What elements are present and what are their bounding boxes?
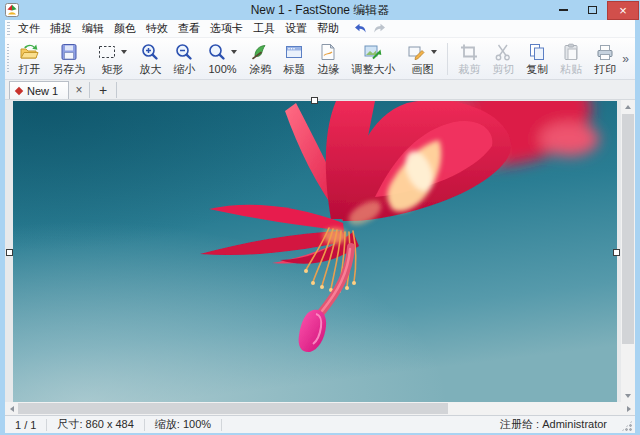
- horizontal-scrollbar[interactable]: [5, 402, 635, 415]
- maximize-icon: [588, 6, 597, 14]
- toolbar: 打开 另存为 矩形: [5, 38, 635, 80]
- resize-image-icon: [363, 43, 383, 61]
- minimize-icon: [559, 9, 568, 11]
- undo-icon[interactable]: [352, 22, 367, 35]
- toolbar-separator: [447, 43, 448, 75]
- flower-photo: [13, 101, 617, 402]
- undo-redo-group: [352, 22, 388, 35]
- toolbar-button-doodle[interactable]: 涂鸦: [243, 40, 277, 78]
- scroll-right-arrow-icon[interactable]: [622, 402, 635, 415]
- image-canvas[interactable]: [13, 101, 617, 402]
- toolbar-button-zoom-100[interactable]: 100%: [201, 40, 243, 78]
- rect-select-icon: [97, 43, 117, 61]
- menubar: 文件 捕捉 编辑 颜色 特效 查看 选项卡 工具 设置 帮助: [5, 20, 635, 38]
- menu-help[interactable]: 帮助: [312, 21, 344, 36]
- edge-page-icon: [318, 43, 338, 61]
- menu-effects[interactable]: 特效: [141, 21, 173, 36]
- scroll-down-arrow-icon[interactable]: [621, 389, 635, 402]
- tab-close-button[interactable]: ×: [71, 81, 87, 99]
- minimize-button[interactable]: [549, 1, 578, 20]
- resize-handle-top[interactable]: [311, 97, 318, 104]
- titlebar: New 1 - FastStone 编辑器 ×: [0, 0, 640, 20]
- toolbar-button-crop: 裁剪: [452, 40, 486, 78]
- faststone-app-icon: [5, 3, 19, 17]
- new-tab-button[interactable]: +: [92, 81, 114, 99]
- redo-icon: [373, 22, 388, 35]
- status-page-indicator: 1 / 1: [5, 419, 46, 431]
- tabbar: New 1 × +: [5, 80, 635, 100]
- window-controls: ×: [549, 0, 640, 20]
- menu-view[interactable]: 查看: [173, 21, 205, 36]
- doodle-brush-icon: [250, 43, 270, 61]
- toolbar-overflow-chevron[interactable]: »: [622, 52, 629, 66]
- vertical-scrollbar-thumb[interactable]: [622, 114, 634, 344]
- window-title: New 1 - FastStone 编辑器: [0, 2, 640, 19]
- status-image-size: 尺寸: 860 x 484: [47, 417, 143, 432]
- draw-dropdown-icon[interactable]: [431, 50, 437, 54]
- tab-new1[interactable]: New 1: [9, 81, 69, 99]
- toolbar-button-rect-select[interactable]: 矩形: [91, 40, 133, 78]
- toolbar-button-cut: 剪切: [486, 40, 520, 78]
- menu-colors[interactable]: 颜色: [109, 21, 141, 36]
- resize-handle-left[interactable]: [6, 249, 13, 256]
- toolbar-button-copy[interactable]: 复制: [520, 40, 554, 78]
- toolbar-grip: [7, 44, 9, 74]
- statusbar-separator: [221, 419, 222, 431]
- menu-tools[interactable]: 工具: [248, 21, 280, 36]
- toolbar-button-edge[interactable]: 边缘: [311, 40, 345, 78]
- tab-label: New 1: [27, 85, 58, 97]
- tabbar-separator: [116, 82, 117, 98]
- toolbar-button-resize[interactable]: 调整大小: [345, 40, 401, 78]
- zoom-actual-icon: [207, 43, 227, 61]
- close-button[interactable]: ×: [607, 1, 639, 20]
- zoom-in-icon: [140, 43, 160, 61]
- menu-tabs[interactable]: 选项卡: [205, 21, 248, 36]
- rect-select-dropdown-icon[interactable]: [121, 50, 127, 54]
- print-icon: [595, 43, 615, 61]
- copy-pages-icon: [527, 43, 547, 61]
- status-registered-to: 注册给 : Administrator: [490, 417, 617, 432]
- menu-capture[interactable]: 捕捉: [45, 21, 77, 36]
- window-resize-grip[interactable]: [621, 420, 633, 432]
- zoom-out-icon: [174, 43, 194, 61]
- menu-edit[interactable]: 编辑: [77, 21, 109, 36]
- menu-file[interactable]: 文件: [13, 21, 45, 36]
- tab-modified-diamond-icon: [15, 86, 23, 94]
- paste-clipboard-icon: [561, 43, 581, 61]
- scroll-up-arrow-icon[interactable]: [621, 100, 635, 113]
- toolbar-button-draw[interactable]: 画图: [401, 40, 443, 78]
- status-zoom-level: 缩放: 100%: [145, 417, 221, 432]
- toolbar-button-print[interactable]: 打印: [588, 40, 622, 78]
- title-window-icon: [284, 43, 304, 61]
- tabbar-separator: [89, 82, 90, 98]
- horizontal-scrollbar-thumb[interactable]: [18, 403, 448, 414]
- maximize-button[interactable]: [578, 1, 607, 20]
- statusbar: 1 / 1 尺寸: 860 x 484 缩放: 100% 注册给 : Admin…: [5, 415, 635, 433]
- menu-settings[interactable]: 设置: [280, 21, 312, 36]
- plus-icon: +: [99, 82, 107, 98]
- draw-pencil-icon: [407, 43, 427, 61]
- app-window: New 1 - FastStone 编辑器 × 文件 捕捉 编辑 颜色 特效 查…: [0, 0, 640, 435]
- toolbar-button-open[interactable]: 打开: [12, 40, 46, 78]
- toolbar-button-save-as[interactable]: 另存为: [46, 40, 91, 78]
- open-folder-icon: [19, 43, 39, 61]
- vertical-scrollbar[interactable]: [621, 100, 635, 402]
- toolbar-button-zoom-in[interactable]: 放大: [133, 40, 167, 78]
- toolbar-button-zoom-out[interactable]: 缩小: [167, 40, 201, 78]
- menubar-grip: [7, 22, 10, 36]
- save-floppy-icon: [59, 43, 79, 61]
- toolbar-button-paste: 粘贴: [554, 40, 588, 78]
- toolbar-button-title[interactable]: 标题: [277, 40, 311, 78]
- resize-handle-right[interactable]: [613, 249, 620, 256]
- close-icon: ×: [619, 3, 627, 18]
- cut-scissors-icon: [493, 43, 513, 61]
- window-content: 文件 捕捉 编辑 颜色 特效 查看 选项卡 工具 设置 帮助: [5, 20, 635, 433]
- tab-close-icon: ×: [75, 83, 82, 97]
- crop-icon: [459, 43, 479, 61]
- zoom-level-dropdown-icon[interactable]: [231, 50, 237, 54]
- scroll-left-arrow-icon[interactable]: [5, 402, 18, 415]
- canvas-area: [5, 100, 635, 415]
